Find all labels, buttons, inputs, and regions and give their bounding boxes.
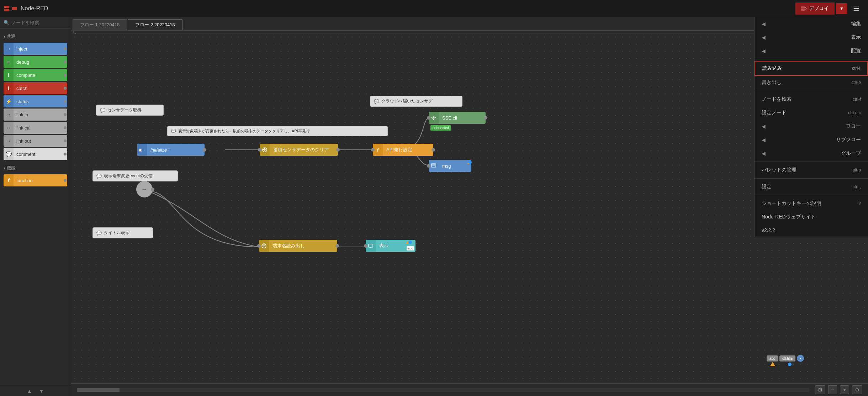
- inject-label: inject: [14, 46, 63, 52]
- scrollbar-thumb[interactable]: [77, 388, 120, 392]
- node-complete[interactable]: ! complete: [4, 69, 67, 81]
- menu-item-website[interactable]: Node-REDウェブサイト: [755, 210, 868, 224]
- clear-data-port-right: [336, 148, 340, 152]
- menu-item-flows[interactable]: ◀ フロー: [755, 120, 868, 133]
- node-function[interactable]: f function: [4, 174, 67, 186]
- search-box[interactable]: 🔍: [0, 17, 71, 28]
- terminal-read-port-left: [257, 244, 261, 248]
- api-call-port-left: [371, 148, 375, 152]
- menu-sep-4: [755, 178, 868, 179]
- menu-item-import[interactable]: 読み込み ctrl-i: [755, 61, 868, 76]
- node-link-call[interactable]: ↔ link call: [4, 122, 67, 134]
- inject-port: [63, 43, 67, 55]
- zoom-in-button[interactable]: +: [840, 385, 849, 394]
- menu-palette-label: パレットの管理: [762, 167, 796, 173]
- link-call-label: link call: [14, 125, 63, 131]
- small-circle-node[interactable]: ●: [797, 355, 804, 362]
- menu-export-label: 書き出し: [762, 79, 782, 86]
- connected-badge: connected: [430, 125, 451, 131]
- link-in-label: link in: [14, 112, 63, 117]
- sse-port-left: [427, 116, 430, 120]
- display-abc-badge: abc: [407, 246, 414, 250]
- flow-canvas[interactable]: 💬 センサデータ取得 💬 クラウドへ届いたセンサデ 💬 表示端末変更eventの…: [71, 33, 868, 383]
- menu-item-view[interactable]: ◀ 表示: [755, 31, 868, 44]
- menu-sep-5: [755, 195, 868, 195]
- hamburger-menu-button[interactable]: ☰: [849, 1, 864, 16]
- menu-item-version: v2.2.2: [755, 224, 868, 237]
- node-comment[interactable]: 💬 comment: [4, 148, 67, 160]
- menu-item-shortcuts[interactable]: ショートカットキーの説明 °?: [755, 197, 868, 210]
- scroll-left-arrow[interactable]: ◀: [73, 31, 74, 33]
- menu-export-shortcut: ctrl-e: [851, 80, 861, 85]
- link-out-label: link out: [14, 138, 63, 144]
- menu-item-settings[interactable]: 設定 ctrl-,: [755, 180, 868, 194]
- node-status[interactable]: ⚡ status: [4, 95, 67, 107]
- menu-item-search-nodes[interactable]: ノードを検索 ctrl-f: [755, 93, 868, 106]
- menu-settings-shortcut: ctrl-,: [853, 184, 861, 189]
- node-catch[interactable]: ! catch: [4, 82, 67, 94]
- grid-button[interactable]: ⊞: [815, 385, 825, 394]
- comment-clear[interactable]: 💬 表示対象端末が変更されたら、以前の端末のデータをクリアし、API再発行: [167, 126, 388, 136]
- node-link-in[interactable]: → link in: [4, 109, 67, 121]
- catch-icon: !: [4, 82, 14, 94]
- tab-flow1[interactable]: フロー 1 20220418: [73, 19, 127, 30]
- search-input[interactable]: [11, 20, 67, 25]
- section-function-label: 機能: [7, 165, 15, 171]
- link-call-port: [63, 122, 67, 134]
- canvas-node-msg[interactable]: msg: [429, 160, 471, 172]
- menu-item-edit[interactable]: ◀ 編集: [755, 17, 868, 31]
- section-common-label: 共通: [7, 33, 15, 39]
- menu-item-config-nodes[interactable]: 設定ノード ctrl-g c: [755, 106, 868, 120]
- menu-groups-label: グループ: [841, 150, 861, 157]
- link-out-icon: →: [4, 135, 14, 147]
- tab-flow2[interactable]: フロー 2 20220418: [128, 19, 182, 30]
- abc-label-node[interactable]: abc: [767, 355, 778, 361]
- menu-item-export[interactable]: 書き出し ctrl-e: [755, 76, 868, 89]
- comment-cloud[interactable]: 💬 クラウドへ届いたセンサデ: [370, 96, 462, 107]
- section-common[interactable]: ▾ 共通: [0, 31, 71, 42]
- svg-text:─: ─: [4, 6, 6, 9]
- comment-icon: 💬: [4, 148, 14, 160]
- node-debug[interactable]: ≡ debug: [4, 56, 67, 68]
- scroll-up-button[interactable]: ▲: [27, 388, 32, 394]
- comment-sensor[interactable]: 💬 センサデータ取得: [96, 105, 164, 116]
- comment-title-label: タイトル表示: [104, 230, 129, 236]
- deploy-button[interactable]: デプロイ: [795, 2, 835, 15]
- link-arrow-icon: →: [142, 186, 147, 192]
- node-link-out[interactable]: → link out: [4, 135, 67, 147]
- canvas-node-initialize[interactable]: ▣→ initialize ¹: [137, 144, 205, 156]
- section-function[interactable]: ▾ 機能: [0, 163, 71, 173]
- menu-item-subflows[interactable]: ◀ サブフロー: [755, 133, 868, 147]
- comment-clear-label: 表示対象端末が変更されたら、以前の端末のデータをクリアし、API再発行: [178, 128, 310, 134]
- fit-button[interactable]: ⊙: [852, 385, 862, 394]
- comment-display-event[interactable]: 💬 表示端末変更eventの受信: [92, 170, 178, 181]
- zoom-out-button[interactable]: −: [828, 385, 837, 394]
- menu-item-arrange[interactable]: ◀ 配置: [755, 44, 868, 58]
- canvas-node-terminal-read[interactable]: 端末名読み出し: [259, 240, 337, 252]
- horizontal-scrollbar[interactable]: [77, 388, 809, 392]
- scroll-down-button[interactable]: ▼: [39, 388, 44, 394]
- display-warn: [406, 241, 408, 244]
- menu-config-nodes-label: 設定ノード: [762, 110, 787, 116]
- comment-title[interactable]: 💬 タイトル表示: [92, 227, 153, 238]
- menu-sep-1: [755, 59, 868, 59]
- menu-version-label: v2.2.2: [762, 227, 775, 233]
- canvas-node-api-call[interactable]: f API発行設定: [373, 144, 433, 156]
- canvas-node-sse[interactable]: SSE cli: [429, 112, 486, 124]
- debug-port: [63, 56, 67, 68]
- canvas-node-link[interactable]: →: [136, 181, 153, 197]
- menu-item-groups[interactable]: ◀ グループ: [755, 147, 868, 160]
- menu-item-palette[interactable]: パレットの管理 alt-p: [755, 163, 868, 177]
- canvas-node-display[interactable]: 表示 abc: [366, 240, 416, 252]
- c0-title-node[interactable]: c0.title: [779, 355, 795, 361]
- node-inject[interactable]: → inject: [4, 43, 67, 55]
- link-call-icon: ↔: [4, 122, 14, 134]
- header-left: ─ ─ Node-RED: [4, 4, 48, 13]
- catch-label: catch: [14, 86, 63, 91]
- comment-event-label: 表示端末変更eventの受信: [104, 173, 153, 179]
- menu-chevron-groups: ◀: [762, 151, 766, 156]
- search-icon: 🔍: [4, 20, 9, 25]
- debug-icon: ≡: [4, 56, 14, 68]
- canvas-node-clear-data[interactable]: 蓄積センサデータのクリア: [260, 144, 338, 156]
- deploy-arrow-button[interactable]: ▼: [836, 3, 847, 14]
